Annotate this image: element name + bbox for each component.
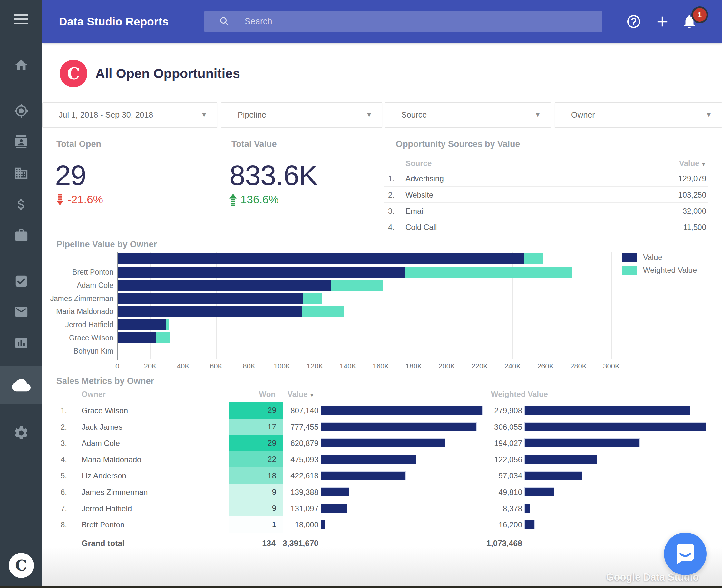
chart-bar-segment-weighted-value: [331, 280, 383, 291]
task-check-icon: [14, 274, 29, 289]
row-rank: 3.: [61, 439, 67, 448]
plus-icon: [654, 13, 671, 30]
row-rank: 2.: [388, 190, 395, 200]
sidebar-item-copper[interactable]: C: [0, 553, 42, 578]
filter-label: Jul 1, 2018 - Sep 30, 2018: [59, 110, 153, 120]
filter-label: Source: [401, 110, 427, 120]
sales-table-row[interactable]: 2.Jack James17777,455306,055: [42, 419, 722, 435]
sidebar-item-cloud-active[interactable]: [0, 366, 42, 404]
value-bar: [321, 455, 416, 464]
app-header: Data Studio Reports 1: [42, 0, 722, 43]
sidebar-item-settings[interactable]: [0, 425, 42, 441]
filter-pipeline[interactable]: Pipeline▼: [221, 102, 382, 128]
gear-icon: [13, 425, 29, 441]
add-button[interactable]: [653, 0, 672, 43]
sidebar-item-leads[interactable]: [0, 104, 42, 118]
value-bar: [321, 504, 347, 512]
sidebar-divider: [0, 404, 42, 404]
sales-table-title: Sales Metrics by Owner: [57, 376, 154, 386]
sales-table-row[interactable]: 3.Adam Cole29620,879194,027: [42, 435, 722, 451]
weighted-text: 279,908: [474, 406, 522, 415]
sales-table-row[interactable]: 8.Brett Ponton118,00016,200: [42, 517, 722, 533]
search-icon: [219, 16, 231, 27]
chart-bar-row: Adam Cole: [117, 280, 383, 291]
chart-bar-row: Grace Wilson: [117, 332, 170, 343]
menu-icon[interactable]: [14, 14, 28, 28]
sidebar-item-projects[interactable]: [0, 228, 42, 243]
chart-tick-label: 180K: [401, 362, 427, 371]
sidebar-divider: [0, 258, 42, 258]
sales-table-row[interactable]: 7.Jerrod Hatfield9131,0978,378: [42, 500, 722, 517]
value-bar: [321, 520, 324, 529]
chart-bar-row: [117, 253, 543, 264]
source-name: Advertising: [405, 174, 444, 183]
sources-col-source[interactable]: Source: [405, 159, 431, 168]
sales-table-row[interactable]: 1.Grace Wilson29807,140279,908: [42, 402, 722, 419]
sources-table-row[interactable]: 2.Website103,250: [384, 186, 708, 203]
source-name: Email: [405, 207, 425, 216]
screen-bottom-edge: [0, 586, 722, 588]
source-value: 103,250: [678, 190, 706, 200]
chart-tick-label: 0: [104, 362, 130, 371]
sidebar-item-opportunities[interactable]: [0, 197, 42, 212]
search-box[interactable]: [204, 10, 602, 32]
grand-total-value: 3,391,670: [264, 539, 318, 548]
chart-bar-segment-weighted-value: [166, 319, 169, 330]
briefcase-icon: [14, 228, 29, 243]
chart-bar-segment-weighted-value: [156, 332, 170, 343]
weighted-bar: [525, 455, 597, 464]
chart-tick-label: 200K: [434, 362, 460, 371]
filter-source[interactable]: Source▼: [385, 102, 551, 128]
sources-table-title: Opportunity Sources by Value: [396, 139, 520, 149]
sales-table-row[interactable]: 6.James Zimmerman9139,38849,810: [42, 484, 722, 500]
chart-bar-row: James Zimmerman: [117, 293, 322, 304]
sidebar-item-home[interactable]: [0, 58, 42, 72]
sales-col-owner[interactable]: Owner: [82, 390, 106, 399]
sources-col-value[interactable]: Value ▼: [642, 159, 706, 168]
sort-caret-icon: ▼: [309, 392, 315, 398]
chart-bar-segment-weighted-value: [524, 253, 543, 264]
sources-table-row[interactable]: 1.Advertising129,079: [384, 170, 708, 186]
sidebar-item-companies[interactable]: [0, 166, 42, 181]
legend-item-value: Value: [622, 253, 662, 262]
chart-bar-segment-value: [117, 253, 524, 264]
sidebar-divider: [0, 454, 42, 454]
chart-category-label: James Zimmerman: [42, 293, 113, 304]
sidebar-item-tasks[interactable]: [0, 274, 42, 289]
weighted-bar: [525, 488, 554, 496]
scorecard-total-open-label: Total Open: [57, 139, 101, 149]
sales-col-weighted[interactable]: Weighted Value: [491, 390, 548, 399]
chart-bar-segment-weighted-value: [302, 306, 344, 317]
chart-bar-row: Maria Maldonado: [117, 306, 344, 317]
sidebar-item-reports[interactable]: [0, 336, 42, 351]
row-rank: 6.: [61, 488, 67, 497]
sources-table-row[interactable]: 3.Email32,000: [384, 203, 708, 219]
grand-total-weighted: 1,073,468: [464, 539, 522, 548]
filter-date-range[interactable]: Jul 1, 2018 - Sep 30, 2018▼: [42, 102, 217, 128]
weighted-bar: [525, 406, 690, 415]
filter-owner[interactable]: Owner▼: [555, 102, 722, 128]
sales-col-value[interactable]: Value ▼: [288, 390, 315, 399]
report-canvas: C All Open Opportunities Jul 1, 2018 - S…: [42, 43, 722, 588]
scorecard-total-value-label: Total Value: [231, 139, 277, 149]
owner-name: Jack James: [82, 423, 123, 432]
chat-launcher-button[interactable]: [664, 532, 706, 575]
chart-tick-label: 100K: [269, 362, 295, 371]
value-bar: [321, 406, 482, 415]
chevron-down-icon: ▼: [201, 111, 207, 119]
row-rank: 4.: [61, 455, 67, 464]
sales-table-row[interactable]: 4.Maria Maldonado22475,093122,056: [42, 451, 722, 468]
chart-bar-row: Jerrod Hatfield: [117, 319, 169, 330]
chart-tick-label: 40K: [170, 362, 196, 371]
sidebar-item-people[interactable]: [0, 134, 42, 149]
sources-table-row[interactable]: 4.Cold Call11,500: [384, 218, 708, 235]
search-input[interactable]: [244, 16, 602, 27]
sidebar-item-email[interactable]: [0, 304, 42, 319]
sales-col-won[interactable]: Won: [227, 390, 276, 399]
down-arrow-icon: [56, 193, 64, 206]
sales-table-row[interactable]: 5.Liz Anderson18422,61897,034: [42, 467, 722, 484]
weighted-bar: [525, 520, 534, 529]
owner-name: Jerrod Hatfield: [82, 504, 132, 513]
help-button[interactable]: [624, 0, 643, 43]
owner-name: Liz Anderson: [82, 471, 126, 480]
